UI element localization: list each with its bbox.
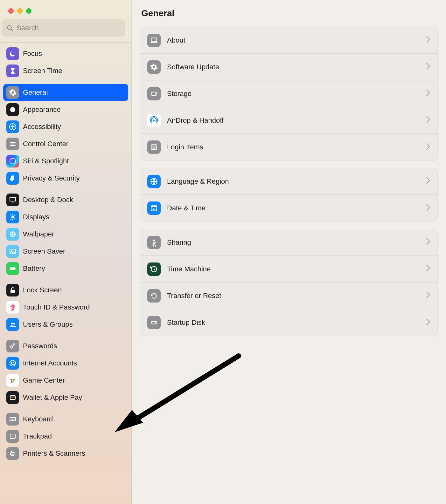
sidebar-section-gap [3,406,128,411]
airdrop-icon [147,114,161,127]
sidebar-item-label: Touch ID & Password [23,303,90,311]
sidebar-item-label: Screen Time [23,67,62,75]
chevron-right-icon [426,36,430,44]
harddrive-icon [147,316,161,329]
sidebar-item-wallet[interactable]: Wallet & Apple Pay [3,389,128,406]
chevron-right-icon [426,116,430,125]
fingerprint-icon [6,301,19,314]
people-icon [6,318,19,331]
close-window-button[interactable] [8,8,14,14]
sidebar-item-desktop-dock[interactable]: Desktop & Dock [3,191,128,208]
chevron-right-icon [426,177,430,186]
chevron-right-icon [426,238,430,247]
sliders-icon [6,138,19,150]
sidebar-section-gap [3,277,128,282]
sidebar-section-gap [3,187,128,191]
gamecontroller-icon [6,374,19,387]
sidebar-item-label: Screen Saver [23,247,65,255]
person-walk-icon [147,236,161,249]
laptop-icon [147,34,161,47]
sidebar-item-internet-accts[interactable]: Internet Accounts [3,355,128,372]
sidebar-item-label: Passwords [23,342,57,350]
chevron-right-icon [426,143,430,152]
sidebar-item-touch-id[interactable]: Touch ID & Password [3,299,128,316]
chevron-right-icon [426,204,430,213]
fullscreen-window-button[interactable] [26,8,31,14]
wallet-icon [6,391,19,404]
sidebar-item-keyboard[interactable]: Keyboard [3,411,128,428]
gear-badge-icon [147,60,161,74]
settings-row-date[interactable]: Date & Time [140,195,437,221]
list-icon [147,140,161,154]
sidebar-item-siri-spotlight[interactable]: Siri & Spotlight [3,153,128,170]
sidebar-item-label: Focus [23,50,42,58]
sidebar-item-control-center[interactable]: Control Center [3,135,128,153]
undo-icon [147,289,161,303]
chevron-right-icon [426,89,430,98]
sidebar-item-displays[interactable]: Displays [3,208,128,226]
sidebar-item-label: Appearance [23,106,61,114]
settings-row-label: Software Update [167,63,426,71]
settings-row-about[interactable]: About [140,27,437,54]
hourglass-icon [6,65,19,77]
settings-row-transfer[interactable]: Transfer or Reset [140,283,437,309]
sidebar-item-label: Desktop & Dock [23,196,73,204]
flower-icon [6,228,19,241]
sidebar-item-wallpaper[interactable]: Wallpaper [3,226,128,243]
printer-icon [6,447,19,460]
sidebar-item-focus[interactable]: Focus [3,45,128,62]
search-field[interactable] [2,19,125,37]
settings-row-label: Language & Region [167,177,426,186]
clock-arrow-icon [147,262,161,276]
settings-row-software[interactable]: Software Update [140,54,437,80]
chevron-right-icon [426,318,430,327]
sidebar-item-printers[interactable]: Printers & Scanners [3,445,128,462]
sidebar-item-trackpad[interactable]: Trackpad [3,428,128,445]
sidebar-item-label: General [23,88,48,97]
sidebar-item-screensaver[interactable]: Screen Saver [3,243,128,260]
settings-row-label: Sharing [167,238,426,247]
sidebar-item-screen-time[interactable]: Screen Time [3,62,128,79]
battery-icon [6,262,19,275]
chevron-right-icon [426,265,430,273]
photo-icon [6,245,19,258]
sidebar-item-label: Privacy & Security [23,174,80,182]
sidebar-item-label: Users & Groups [23,320,73,329]
settings-row-label: Storage [167,90,426,98]
settings-group: AboutSoftware UpdateStorageAirDrop & Han… [140,27,438,161]
sidebar-item-game-center[interactable]: Game Center [3,372,128,389]
settings-row-label: About [167,36,426,44]
at-icon [6,357,19,370]
search-input[interactable] [17,24,121,32]
settings-row-label: Date & Time [167,204,426,212]
trackpad-icon [6,430,19,443]
accessibility-icon [6,120,19,133]
sidebar-item-general[interactable]: General [3,84,128,101]
main-content: General AboutSoftware UpdateStorageAirDr… [132,0,446,504]
siri-icon [6,155,19,167]
settings-row-time-machine[interactable]: Time Machine [140,256,437,283]
minimize-window-button[interactable] [17,8,23,14]
sidebar-item-label: Control Center [23,140,68,148]
sidebar-item-appearance[interactable]: Appearance [3,101,128,118]
sidebar-item-accessibility[interactable]: Accessibility [3,118,128,135]
sidebar-item-label: Accessibility [23,123,61,131]
sidebar-item-label: Wallpaper [23,230,54,238]
sidebar-item-lock-screen[interactable]: Lock Screen [3,282,128,299]
settings-row-startup[interactable]: Startup Disk [140,309,437,336]
sidebar-item-label: Game Center [23,376,65,385]
settings-row-airdrop[interactable]: AirDrop & Handoff [140,107,437,134]
sidebar-item-users-groups[interactable]: Users & Groups [3,316,128,333]
settings-row-login[interactable]: Login Items [140,134,437,160]
settings-row-sharing[interactable]: Sharing [140,229,437,256]
sidebar-section-gap [3,333,128,337]
settings-row-storage[interactable]: Storage [140,80,437,107]
sidebar-item-label: Lock Screen [23,286,62,294]
sidebar-item-privacy[interactable]: Privacy & Security [3,170,128,187]
sidebar-item-passwords[interactable]: Passwords [3,337,128,355]
disk-icon [147,87,161,100]
sidebar-item-battery[interactable]: Battery [3,260,128,277]
settings-row-language[interactable]: Language & Region [140,168,437,195]
sidebar-item-label: Battery [23,264,45,273]
page-title: General [140,8,438,18]
